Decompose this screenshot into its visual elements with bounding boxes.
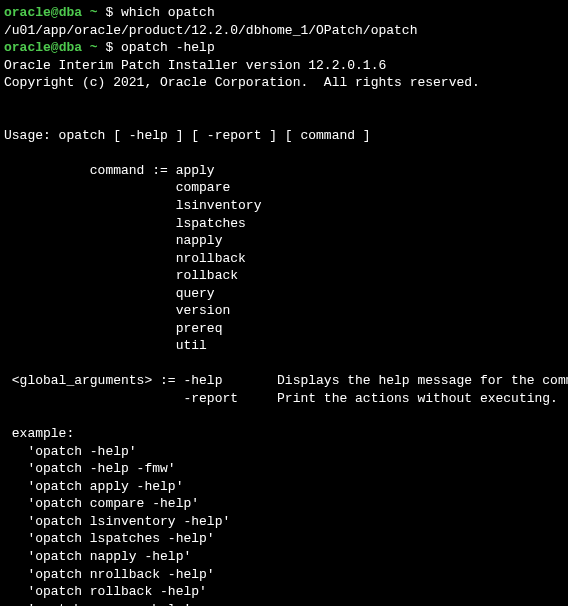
output-line: Oracle Interim Patch Installer version 1…	[4, 57, 564, 75]
output-line: 'opatch prereq -help'	[4, 601, 564, 606]
prompt-end: $	[98, 40, 121, 55]
output-line: Usage: opatch [ -help ] [ -report ] [ co…	[4, 127, 564, 145]
output-line: prereq	[4, 320, 564, 338]
output-line: -report Print the actions without execut…	[4, 390, 564, 408]
output-line: example:	[4, 425, 564, 443]
output-line: 'opatch -help -fmw'	[4, 460, 564, 478]
output-blank	[4, 144, 564, 162]
output-line: 'opatch compare -help'	[4, 495, 564, 513]
output-line: nrollback	[4, 250, 564, 268]
output-line: rollback	[4, 267, 564, 285]
prompt-end: $	[98, 5, 121, 20]
output-blank	[4, 109, 564, 127]
output-line: 'opatch lspatches -help'	[4, 530, 564, 548]
prompt-sep: @	[51, 5, 59, 20]
output-blank	[4, 408, 564, 426]
output-line: Copyright (c) 2021, Oracle Corporation. …	[4, 74, 564, 92]
output-line: lsinventory	[4, 197, 564, 215]
output-line: napply	[4, 232, 564, 250]
output-blank	[4, 355, 564, 373]
output-line: version	[4, 302, 564, 320]
output-blank	[4, 92, 564, 110]
prompt-sep: @	[51, 40, 59, 55]
prompt-user: oracle	[4, 5, 51, 20]
output-line: command := apply	[4, 162, 564, 180]
output-line: 'opatch apply -help'	[4, 478, 564, 496]
output-line: 'opatch lsinventory -help'	[4, 513, 564, 531]
output-line: 'opatch -help'	[4, 443, 564, 461]
output-line: query	[4, 285, 564, 303]
output-line: compare	[4, 179, 564, 197]
prompt-host: dba	[59, 5, 82, 20]
cmd-line-2: oracle@dba ~ $ opatch -help	[4, 39, 564, 57]
output-line: 'opatch napply -help'	[4, 548, 564, 566]
command-input[interactable]: opatch -help	[121, 40, 215, 55]
command-input[interactable]: which opatch	[121, 5, 215, 20]
prompt-path: ~	[90, 40, 98, 55]
output-line: <global_arguments> := -help Displays the…	[4, 372, 564, 390]
output-line: util	[4, 337, 564, 355]
prompt-path: ~	[90, 5, 98, 20]
prompt-user: oracle	[4, 40, 51, 55]
output-line: lspatches	[4, 215, 564, 233]
output-line: 'opatch rollback -help'	[4, 583, 564, 601]
prompt-host: dba	[59, 40, 82, 55]
cmd-line-1: oracle@dba ~ $ which opatch	[4, 4, 564, 22]
output-line: /u01/app/oracle/product/12.2.0/dbhome_1/…	[4, 22, 564, 40]
output-line: 'opatch nrollback -help'	[4, 566, 564, 584]
